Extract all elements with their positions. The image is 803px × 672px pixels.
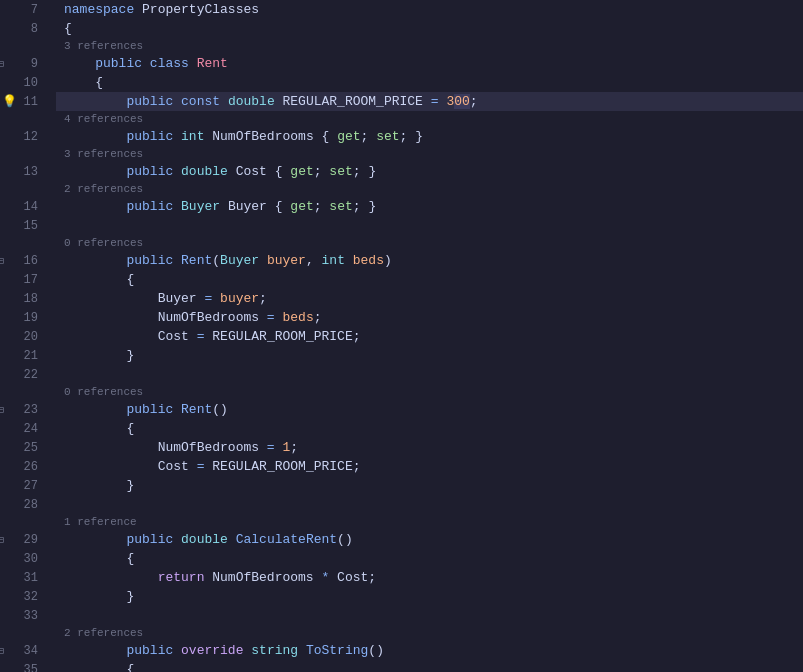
fold-icon[interactable]: ⊟: [0, 534, 4, 546]
line-number: 13: [0, 162, 44, 181]
lightbulb-icon[interactable]: 💡: [2, 94, 17, 109]
line-number: 12: [0, 127, 44, 146]
reference-line: 2 references: [56, 181, 803, 197]
line-number: 21: [0, 346, 44, 365]
line-number: 29⊟: [0, 530, 44, 549]
code-line[interactable]: public double CalculateRent(): [56, 530, 803, 549]
code-line[interactable]: {: [56, 270, 803, 289]
line-number: [0, 235, 44, 251]
code-line[interactable]: NumOfBedrooms = beds;: [56, 308, 803, 327]
code-line[interactable]: public class Rent: [56, 54, 803, 73]
code-line[interactable]: }: [56, 346, 803, 365]
line-number: 20: [0, 327, 44, 346]
line-number: 18: [0, 289, 44, 308]
line-number: [0, 625, 44, 641]
line-number: 24: [0, 419, 44, 438]
code-line[interactable]: Buyer = buyer;: [56, 289, 803, 308]
code-line[interactable]: return NumOfBedrooms * Cost;: [56, 568, 803, 587]
line-number: 34⊟: [0, 641, 44, 660]
line-number: 23⊟: [0, 400, 44, 419]
line-number: 7: [0, 0, 44, 19]
line-numbers: 789⊟1011💡1213141516⊟17181920212223⊟24252…: [0, 0, 52, 672]
reference-line: 3 references: [56, 146, 803, 162]
code-line[interactable]: {: [56, 73, 803, 92]
code-line[interactable]: {: [56, 419, 803, 438]
line-number: [0, 181, 44, 197]
code-line[interactable]: namespace PropertyClasses: [56, 0, 803, 19]
fold-icon[interactable]: ⊟: [0, 255, 4, 267]
code-line[interactable]: public Buyer Buyer { get; set; }: [56, 197, 803, 216]
line-number: 35: [0, 660, 44, 672]
line-number: 33: [0, 606, 44, 625]
code-line[interactable]: {: [56, 19, 803, 38]
line-number: [0, 146, 44, 162]
code-content[interactable]: namespace PropertyClasses{3 references p…: [52, 0, 803, 672]
code-line[interactable]: Cost = REGULAR_ROOM_PRICE;: [56, 457, 803, 476]
reference-line: 0 references: [56, 384, 803, 400]
code-line[interactable]: public Rent(Buyer buyer, int beds): [56, 251, 803, 270]
line-number: 15: [0, 216, 44, 235]
line-number: 32: [0, 587, 44, 606]
line-number: 19: [0, 308, 44, 327]
line-number: 11💡: [0, 92, 44, 111]
line-number: 17: [0, 270, 44, 289]
line-number: 28: [0, 495, 44, 514]
line-number: 30: [0, 549, 44, 568]
fold-icon[interactable]: ⊟: [0, 58, 4, 70]
code-line[interactable]: [56, 365, 803, 384]
code-line[interactable]: {: [56, 549, 803, 568]
line-number: 9⊟: [0, 54, 44, 73]
line-number: 14: [0, 197, 44, 216]
line-number: 25: [0, 438, 44, 457]
line-number: 16⊟: [0, 251, 44, 270]
line-number: [0, 514, 44, 530]
line-number: 22: [0, 365, 44, 384]
reference-line: 1 reference: [56, 514, 803, 530]
line-number: 27: [0, 476, 44, 495]
code-line[interactable]: public double Cost { get; set; }: [56, 162, 803, 181]
line-number: [0, 111, 44, 127]
line-number: [0, 384, 44, 400]
code-line[interactable]: Cost = REGULAR_ROOM_PRICE;: [56, 327, 803, 346]
line-number: 8: [0, 19, 44, 38]
code-editor: 789⊟1011💡1213141516⊟17181920212223⊟24252…: [0, 0, 803, 672]
code-line[interactable]: [56, 216, 803, 235]
line-number: 31: [0, 568, 44, 587]
code-line[interactable]: NumOfBedrooms = 1;: [56, 438, 803, 457]
line-number: 10: [0, 73, 44, 92]
line-number: 26: [0, 457, 44, 476]
fold-icon[interactable]: ⊟: [0, 404, 4, 416]
code-line[interactable]: public int NumOfBedrooms { get; set; }: [56, 127, 803, 146]
code-line[interactable]: }: [56, 476, 803, 495]
reference-line: 4 references: [56, 111, 803, 127]
code-line[interactable]: public override string ToString(): [56, 641, 803, 660]
fold-icon[interactable]: ⊟: [0, 645, 4, 657]
reference-line: 2 references: [56, 625, 803, 641]
reference-line: 3 references: [56, 38, 803, 54]
code-line[interactable]: public const double REGULAR_ROOM_PRICE =…: [56, 92, 803, 111]
line-number: [0, 38, 44, 54]
reference-line: 0 references: [56, 235, 803, 251]
code-line[interactable]: [56, 606, 803, 625]
code-line[interactable]: }: [56, 587, 803, 606]
code-line[interactable]: public Rent(): [56, 400, 803, 419]
code-line[interactable]: [56, 495, 803, 514]
code-line[interactable]: {: [56, 660, 803, 672]
